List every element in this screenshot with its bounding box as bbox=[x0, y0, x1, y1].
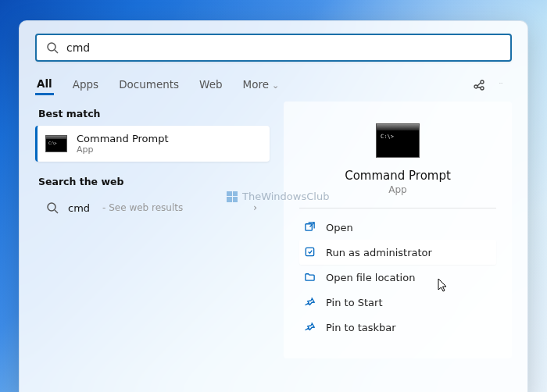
search-input[interactable] bbox=[66, 41, 501, 54]
search-web-heading: Search the web bbox=[38, 176, 270, 187]
svg-point-4 bbox=[481, 87, 484, 90]
search-window: All Apps Documents Web More Best match C… bbox=[19, 20, 528, 392]
action-label: Open bbox=[326, 222, 353, 233]
svg-point-9 bbox=[502, 83, 502, 84]
svg-point-7 bbox=[499, 83, 500, 84]
tabs-row: All Apps Documents Web More bbox=[35, 73, 512, 95]
search-icon bbox=[46, 41, 59, 54]
tab-web[interactable]: Web bbox=[198, 73, 223, 95]
preview-title: Command Prompt bbox=[299, 169, 496, 183]
tab-all[interactable]: All bbox=[35, 73, 54, 95]
command-prompt-icon bbox=[45, 135, 67, 152]
command-prompt-icon bbox=[376, 123, 420, 158]
svg-point-3 bbox=[481, 80, 484, 84]
svg-line-11 bbox=[55, 210, 58, 213]
more-options-icon[interactable] bbox=[490, 73, 512, 95]
shield-icon bbox=[304, 246, 316, 258]
svg-line-1 bbox=[55, 50, 58, 53]
preview-subtitle: App bbox=[299, 184, 496, 195]
action-open-file-location[interactable]: Open file location bbox=[299, 265, 496, 290]
web-result-query: cmd bbox=[68, 202, 90, 214]
svg-point-2 bbox=[474, 85, 477, 88]
svg-rect-12 bbox=[306, 224, 312, 230]
svg-point-10 bbox=[48, 203, 55, 211]
chevron-right-icon: › bbox=[253, 202, 263, 213]
tab-apps[interactable]: Apps bbox=[71, 73, 100, 95]
action-label: Run as administrator bbox=[326, 247, 432, 258]
action-label: Pin to taskbar bbox=[326, 322, 396, 333]
best-match-title: Command Prompt bbox=[77, 133, 169, 144]
search-box[interactable] bbox=[35, 34, 512, 62]
best-match-text: Command Prompt App bbox=[77, 133, 169, 155]
tab-more[interactable]: More bbox=[241, 73, 281, 95]
search-icon bbox=[46, 201, 59, 214]
action-run-as-administrator[interactable]: Run as administrator bbox=[299, 240, 496, 265]
open-icon bbox=[304, 221, 316, 233]
pin-icon bbox=[304, 321, 316, 333]
folder-icon bbox=[304, 271, 316, 283]
content-area: Best match Command Prompt App Search the… bbox=[35, 102, 512, 358]
best-match-heading: Best match bbox=[38, 108, 270, 119]
results-column: Best match Command Prompt App Search the… bbox=[35, 102, 270, 358]
best-match-result[interactable]: Command Prompt App bbox=[35, 126, 270, 162]
tab-documents[interactable]: Documents bbox=[117, 73, 181, 95]
action-open[interactable]: Open bbox=[299, 215, 496, 240]
svg-point-0 bbox=[48, 43, 55, 51]
svg-rect-14 bbox=[306, 248, 313, 255]
svg-point-8 bbox=[501, 83, 502, 84]
action-pin-to-taskbar[interactable]: Pin to taskbar bbox=[299, 315, 496, 340]
svg-line-6 bbox=[477, 87, 481, 87]
pin-icon bbox=[304, 296, 316, 308]
web-result-hint: - See web results bbox=[102, 202, 183, 213]
divider bbox=[299, 208, 496, 208]
svg-line-5 bbox=[477, 83, 481, 86]
best-match-subtitle: App bbox=[77, 144, 169, 155]
preview-pane: Command Prompt App Open Run as administr… bbox=[284, 102, 512, 358]
action-label: Pin to Start bbox=[326, 297, 382, 308]
share-icon[interactable] bbox=[468, 73, 490, 95]
web-result[interactable]: cmd - See web results › bbox=[35, 194, 270, 222]
action-pin-to-start[interactable]: Pin to Start bbox=[299, 290, 496, 315]
action-label: Open file location bbox=[326, 272, 415, 283]
